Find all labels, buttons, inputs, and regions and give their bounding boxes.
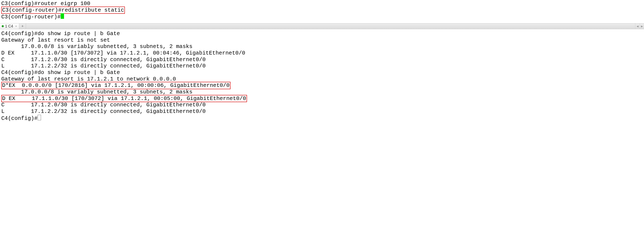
tab-bar: 1 C4 × + ◂ ▸ [0,23,644,29]
terminal-line: L 17.1.2.2/32 is directly connected, Gig… [1,63,643,69]
close-icon[interactable]: × [15,24,17,29]
terminal-line: C3(config)#router eigrp 100 [1,1,643,7]
status-dot-icon [2,25,4,27]
terminal-line: C3(config-router)# [1,13,643,20]
tab-spacer [26,24,635,29]
highlighted-line: D*EX 0.0.0.0/0 [170/2816] via 17.1.2.1, … [1,82,230,89]
highlighted-line: C3(config-router)#redistribute static [1,7,125,14]
tab-label: 1 C4 [5,24,13,29]
cursor-icon [38,115,41,120]
terminal-c4[interactable]: C4(config)#do show ip route | b GateGate… [0,30,644,123]
terminal-line: D EX 17.1.1.0/30 [170/3072] via 17.1.2.1… [1,50,643,57]
tab-c4[interactable]: 1 C4 × [0,24,19,29]
terminal-line: 17.0.0.0/8 is variably subnetted, 3 subn… [1,43,643,50]
terminal-line: C 17.1.2.0/30 is directly connected, Gig… [1,102,643,108]
terminal-line: C4(config)#do show ip route | b Gate [1,31,643,37]
terminal-line: L 17.1.2.2/32 is directly connected, Gig… [1,108,643,115]
tab-scroll-left[interactable]: ◂ [635,24,640,29]
chevron-left-icon: ◂ [636,24,638,29]
cursor-icon [61,13,64,19]
highlighted-line: D EX 17.1.1.0/30 [170/3072] via 17.1.2.1… [1,95,247,102]
terminal-line: D EX 17.1.1.0/30 [170/3072] via 17.1.2.1… [1,95,643,102]
terminal-line: Gateway of last resort is 17.1.2.1 to ne… [1,76,643,82]
add-tab-button[interactable]: + [19,24,26,29]
terminal-line: Gateway of last resort is not set [1,37,643,44]
tab-scroll-right[interactable]: ▸ [640,24,644,29]
terminal-c3[interactable]: C3(config)#router eigrp 100C3(config-rou… [0,0,644,22]
terminal-line: C4(config)#do show ip route | b Gate [1,69,643,76]
chevron-right-icon: ▸ [641,24,643,29]
plus-icon: + [21,24,24,29]
terminal-line: C3(config-router)#redistribute static [1,7,643,14]
terminal-line: C4(config)# [1,115,643,122]
terminal-line: D*EX 0.0.0.0/0 [170/2816] via 17.1.2.1, … [1,82,643,89]
terminal-line: C 17.1.2.0/30 is directly connected, Gig… [1,57,643,63]
terminal-line: 17.0.0.0/8 is variably subnetted, 3 subn… [1,89,643,95]
